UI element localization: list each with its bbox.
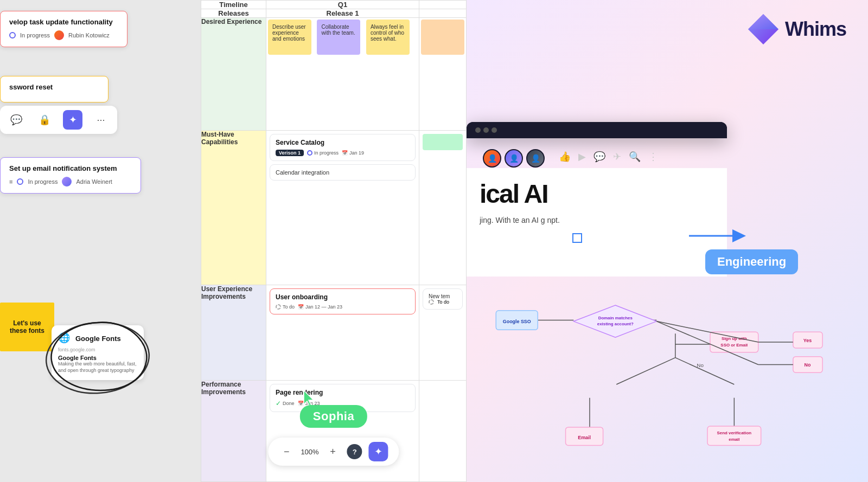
feature-new-tem[interactable]: New tem To do — [423, 288, 463, 310]
magic-star-icon[interactable]: ✦ — [63, 110, 82, 130]
zoom-percentage: 100% — [301, 448, 318, 456]
svg-text:No: No — [697, 362, 704, 368]
row-must: Must-Have Capabilities Service Catalog V… — [201, 130, 467, 285]
svg-line-11 — [675, 358, 735, 384]
left-panel: velop task update functionality In progr… — [0, 0, 201, 482]
feature-service-catalog[interactable]: Service Catalog Verison 1 In progress 📅 … — [270, 134, 416, 161]
service-catalog-title: Service Catalog — [276, 139, 410, 146]
magic-button[interactable]: ✦ — [369, 442, 388, 461]
zoom-in-button[interactable]: + — [326, 444, 341, 459]
toolbar-row: 💬 🔒 ✦ ··· — [0, 106, 117, 134]
help-button[interactable]: ? — [347, 444, 362, 459]
svg-text:Domain matches: Domain matches — [598, 316, 633, 320]
col-header-q1: Q1 — [266, 1, 419, 9]
rendering-title: Page rendering — [276, 389, 410, 396]
thumbs-up-icon[interactable]: 👍 — [559, 151, 571, 163]
col-release-extra — [419, 9, 467, 18]
todo-circle — [276, 304, 281, 310]
svg-text:No: No — [805, 362, 811, 368]
avatar-2: 👤 — [505, 149, 523, 168]
google-fonts-card[interactable]: 🌐 Google Fonts fonts.google.com Google F… — [52, 325, 144, 380]
cell-ux-q1: User onboarding To do 📅 Jan 12 — Jan 23 — [266, 285, 419, 380]
row-ux: User Experience Improvements User onboar… — [201, 285, 467, 380]
selection-cursor — [572, 233, 582, 243]
assignee-3: Adria Weinert — [76, 178, 112, 185]
row-perf: Performance Improvements Page rendering … — [201, 380, 467, 481]
svg-text:Yes: Yes — [803, 338, 812, 343]
cell-must-extra — [419, 130, 467, 285]
col-releases-label: Releases — [201, 9, 266, 18]
status-label-3: In progress — [28, 178, 58, 185]
share-icon[interactable]: ✈ — [613, 151, 621, 163]
zoom-out-button[interactable]: − — [279, 444, 294, 459]
label-desired: Desired Experience — [201, 18, 266, 131]
task-title-2: ssword reset — [9, 83, 99, 91]
avatar-rubin — [54, 30, 64, 40]
svg-text:existing account?: existing account? — [597, 322, 634, 326]
col-header-timeline: Timeline — [201, 1, 266, 9]
engineering-label: Engineering — [705, 249, 798, 274]
svg-marker-1 — [304, 390, 314, 407]
svg-marker-5 — [732, 229, 746, 242]
sophia-label: Sophia — [300, 405, 367, 428]
version-badge: Verison 1 — [276, 150, 304, 156]
play-icon[interactable]: ▶ — [578, 151, 586, 163]
svg-text:Google SSO: Google SSO — [503, 319, 531, 324]
search-icon[interactable]: 🔍 — [629, 151, 641, 163]
browser-window — [467, 122, 727, 138]
sticky-note: Let's use these fonts — [0, 303, 54, 351]
more-icon[interactable]: ··· — [91, 110, 111, 130]
whims-diamond-icon — [747, 13, 780, 46]
status-dot-1 — [9, 32, 16, 38]
task-card-3[interactable]: Set up email notification system ≡ In pr… — [0, 157, 141, 194]
sticky-purple-1: Collaborate with the team. — [317, 20, 360, 55]
new-tem-label: New tem — [429, 293, 457, 299]
sticky-yellow-1: Describe user experience and emotions — [268, 20, 311, 55]
status-dot-3 — [17, 178, 23, 185]
embed-logo-row: 🌐 Google Fonts — [58, 332, 137, 345]
cell-perf-extra — [419, 380, 467, 481]
embed-subtitle: Google Fonts — [58, 355, 137, 361]
comment-icon[interactable]: 💬 — [593, 151, 605, 163]
calendar-icon-2: 📅 — [298, 304, 304, 310]
browser-actions: 👍 ▶ 💬 ✈ 🔍 ⋮ — [559, 151, 658, 163]
assignee-1: Rubin Kotowicz — [68, 32, 110, 38]
status-todo: To do — [276, 304, 295, 310]
label-ux: User Experience Improvements — [201, 285, 266, 380]
cell-must-q1: Service Catalog Verison 1 In progress 📅 … — [266, 130, 419, 285]
whims-logo: Whims — [747, 13, 846, 46]
avatar-adria — [62, 177, 72, 187]
task-card-1[interactable]: velop task update functionality In progr… — [0, 11, 127, 47]
feature-user-onboarding[interactable]: User onboarding To do 📅 Jan 12 — Jan 23 — [270, 288, 416, 314]
svg-text:Send verification: Send verification — [717, 430, 752, 435]
status-label-1: In progress — [20, 32, 50, 38]
more-dots-icon[interactable]: ⋮ — [648, 151, 658, 163]
col-header-extra — [419, 1, 467, 9]
onboarding-meta: To do 📅 Jan 12 — Jan 23 — [276, 304, 410, 310]
sticky-orange-1 — [421, 20, 464, 55]
task-card-2[interactable]: ssword reset — [0, 76, 108, 102]
embed-url: fonts.google.com — [58, 347, 137, 352]
svg-text:SSO or Email: SSO or Email — [720, 343, 748, 348]
lock-icon[interactable]: 🔒 — [35, 110, 54, 130]
status-done: ✓ Done — [276, 400, 295, 407]
dot-3 — [492, 127, 497, 133]
middle-panel: Timeline Q1 Releases Release 1 — [201, 0, 467, 482]
cell-perf-q1: Page rendering ✓ Done 📅 Jan 23 — [266, 380, 419, 481]
svg-line-10 — [616, 358, 675, 384]
chat-icon[interactable]: 💬 — [7, 110, 26, 130]
col-release1: Release 1 — [266, 9, 419, 18]
svg-text:Email: Email — [578, 435, 591, 440]
date-jan19: 📅 Jan 19 — [342, 150, 364, 156]
flowchart-svg: Yes No Google SSO Domain matches existin… — [467, 287, 868, 482]
avatar-1: 👤 — [483, 149, 501, 168]
label-must: Must-Have Capabilities — [201, 130, 266, 285]
row-desired: Desired Experience Describe user experie… — [201, 18, 467, 131]
svg-text:email: email — [729, 437, 739, 442]
dot-1 — [475, 127, 481, 133]
whims-text: Whims — [785, 18, 846, 41]
cell-desired-q1: Describe user experience and emotions Co… — [266, 18, 419, 131]
sticky-yellow-2: Always feel in control of who sees what. — [366, 20, 410, 55]
task-meta-1: In progress Rubin Kotowicz — [9, 30, 118, 40]
calendar-integration-card[interactable]: Calendar integration — [270, 164, 416, 181]
